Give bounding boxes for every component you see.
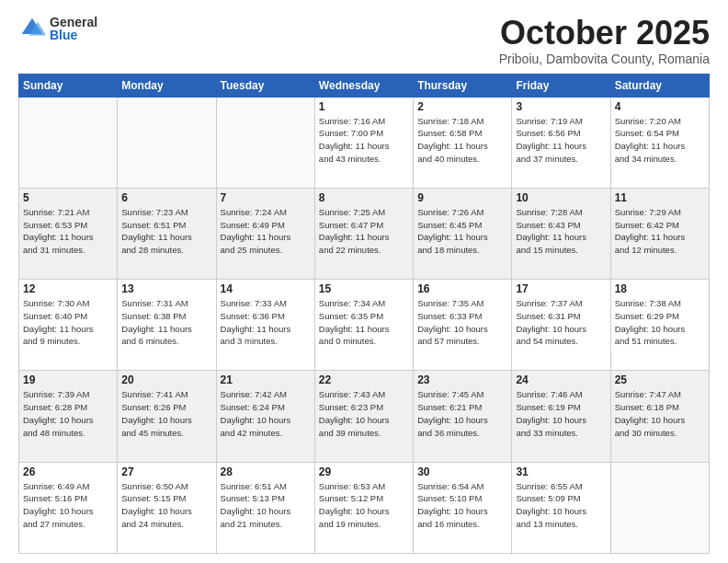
table-row: 27Sunrise: 6:50 AM Sunset: 5:15 PM Dayli… [118,462,216,553]
table-row: 21Sunrise: 7:42 AM Sunset: 6:24 PM Dayli… [216,371,314,462]
table-row: 9Sunrise: 7:26 AM Sunset: 6:45 PM Daylig… [414,188,512,279]
table-row: 29Sunrise: 6:53 AM Sunset: 5:12 PM Dayli… [314,462,413,553]
table-row: 28Sunrise: 6:51 AM Sunset: 5:13 PM Dayli… [216,462,314,553]
table-row: 11Sunrise: 7:29 AM Sunset: 6:42 PM Dayli… [610,188,709,279]
day-number: 22 [319,373,409,386]
table-row: 10Sunrise: 7:28 AM Sunset: 6:43 PM Dayli… [512,188,610,279]
day-info: Sunrise: 7:35 AM Sunset: 6:33 PM Dayligh… [417,297,507,348]
day-info: Sunrise: 7:24 AM Sunset: 6:49 PM Dayligh… [221,206,311,257]
table-row: 8Sunrise: 7:25 AM Sunset: 6:47 PM Daylig… [314,188,413,279]
day-info: Sunrise: 7:20 AM Sunset: 6:54 PM Dayligh… [615,115,705,166]
day-number: 25 [615,373,705,386]
day-info: Sunrise: 7:25 AM Sunset: 6:47 PM Dayligh… [319,206,409,257]
day-info: Sunrise: 7:26 AM Sunset: 6:45 PM Dayligh… [417,206,507,257]
day-number: 9 [417,191,507,204]
day-info: Sunrise: 7:37 AM Sunset: 6:31 PM Dayligh… [516,297,606,348]
col-friday: Friday [512,74,610,97]
day-info: Sunrise: 7:39 AM Sunset: 6:28 PM Dayligh… [23,388,113,439]
calendar-week-row: 5Sunrise: 7:21 AM Sunset: 6:53 PM Daylig… [19,188,710,279]
day-number: 4 [615,100,705,113]
day-info: Sunrise: 7:30 AM Sunset: 6:40 PM Dayligh… [23,297,113,348]
col-monday: Monday [118,74,216,97]
calendar-header-row: Sunday Monday Tuesday Wednesday Thursday… [19,74,710,97]
day-number: 7 [221,191,311,204]
day-info: Sunrise: 6:54 AM Sunset: 5:10 PM Dayligh… [417,480,507,531]
day-number: 12 [23,282,113,295]
col-thursday: Thursday [414,74,512,97]
table-row: 13Sunrise: 7:31 AM Sunset: 6:38 PM Dayli… [118,280,216,371]
col-saturday: Saturday [610,74,709,97]
logo-text: General Blue [50,16,97,41]
day-info: Sunrise: 7:45 AM Sunset: 6:21 PM Dayligh… [417,388,507,439]
logo-icon [18,15,46,42]
day-number: 8 [319,191,409,204]
day-info: Sunrise: 7:38 AM Sunset: 6:29 PM Dayligh… [615,297,705,348]
day-info: Sunrise: 7:31 AM Sunset: 6:38 PM Dayligh… [121,297,211,348]
day-info: Sunrise: 7:29 AM Sunset: 6:42 PM Dayligh… [615,206,705,257]
table-row: 7Sunrise: 7:24 AM Sunset: 6:49 PM Daylig… [216,188,314,279]
logo: General Blue [18,15,97,42]
day-number: 30 [417,465,507,478]
day-info: Sunrise: 7:21 AM Sunset: 6:53 PM Dayligh… [23,206,113,257]
table-row: 4Sunrise: 7:20 AM Sunset: 6:54 PM Daylig… [610,97,709,188]
table-row: 5Sunrise: 7:21 AM Sunset: 6:53 PM Daylig… [19,188,118,279]
calendar-week-row: 19Sunrise: 7:39 AM Sunset: 6:28 PM Dayli… [19,371,710,462]
day-info: Sunrise: 7:16 AM Sunset: 7:00 PM Dayligh… [319,115,409,166]
table-row: 26Sunrise: 6:49 AM Sunset: 5:16 PM Dayli… [19,462,118,553]
day-info: Sunrise: 7:41 AM Sunset: 6:26 PM Dayligh… [121,388,211,439]
day-info: Sunrise: 6:49 AM Sunset: 5:16 PM Dayligh… [23,480,113,531]
table-row: 20Sunrise: 7:41 AM Sunset: 6:26 PM Dayli… [118,371,216,462]
day-number: 15 [319,282,409,295]
table-row: 19Sunrise: 7:39 AM Sunset: 6:28 PM Dayli… [19,371,118,462]
table-row: 17Sunrise: 7:37 AM Sunset: 6:31 PM Dayli… [512,280,610,371]
day-info: Sunrise: 7:19 AM Sunset: 6:56 PM Dayligh… [516,115,606,166]
day-info: Sunrise: 7:42 AM Sunset: 6:24 PM Dayligh… [221,388,311,439]
header: General Blue October 2025 Priboiu, Dambo… [18,15,710,66]
logo-general-text: General [50,16,97,29]
page: General Blue October 2025 Priboiu, Dambo… [0,0,728,563]
table-row: 24Sunrise: 7:46 AM Sunset: 6:19 PM Dayli… [512,371,610,462]
day-number: 11 [615,191,705,204]
table-row: 3Sunrise: 7:19 AM Sunset: 6:56 PM Daylig… [512,97,610,188]
title-block: October 2025 Priboiu, Dambovita County, … [499,15,710,66]
day-info: Sunrise: 7:18 AM Sunset: 6:58 PM Dayligh… [417,115,507,166]
calendar-week-row: 26Sunrise: 6:49 AM Sunset: 5:16 PM Dayli… [19,462,710,553]
table-row: 12Sunrise: 7:30 AM Sunset: 6:40 PM Dayli… [19,280,118,371]
day-info: Sunrise: 7:33 AM Sunset: 6:36 PM Dayligh… [221,297,311,348]
col-tuesday: Tuesday [216,74,314,97]
day-number: 21 [221,373,311,386]
day-number: 13 [121,282,211,295]
day-number: 10 [516,191,606,204]
day-number: 23 [417,373,507,386]
table-row: 31Sunrise: 6:55 AM Sunset: 5:09 PM Dayli… [512,462,610,553]
day-number: 14 [221,282,311,295]
day-info: Sunrise: 6:51 AM Sunset: 5:13 PM Dayligh… [221,480,311,531]
day-number: 17 [516,282,606,295]
day-number: 31 [516,465,606,478]
day-number: 1 [319,100,409,113]
table-row: 25Sunrise: 7:47 AM Sunset: 6:18 PM Dayli… [610,371,709,462]
table-row: 18Sunrise: 7:38 AM Sunset: 6:29 PM Dayli… [610,280,709,371]
day-number: 29 [319,465,409,478]
table-row: 23Sunrise: 7:45 AM Sunset: 6:21 PM Dayli… [414,371,512,462]
table-row: 14Sunrise: 7:33 AM Sunset: 6:36 PM Dayli… [216,280,314,371]
col-wednesday: Wednesday [314,74,413,97]
day-info: Sunrise: 6:53 AM Sunset: 5:12 PM Dayligh… [319,480,409,531]
location: Priboiu, Dambovita County, Romania [499,52,710,66]
day-number: 3 [516,100,606,113]
day-info: Sunrise: 7:43 AM Sunset: 6:23 PM Dayligh… [319,388,409,439]
table-row [610,462,709,553]
table-row: 2Sunrise: 7:18 AM Sunset: 6:58 PM Daylig… [414,97,512,188]
day-info: Sunrise: 6:50 AM Sunset: 5:15 PM Dayligh… [121,480,211,531]
calendar-week-row: 1Sunrise: 7:16 AM Sunset: 7:00 PM Daylig… [19,97,710,188]
day-info: Sunrise: 7:34 AM Sunset: 6:35 PM Dayligh… [319,297,409,348]
day-number: 18 [615,282,705,295]
table-row: 16Sunrise: 7:35 AM Sunset: 6:33 PM Dayli… [414,280,512,371]
table-row: 30Sunrise: 6:54 AM Sunset: 5:10 PM Dayli… [414,462,512,553]
day-info: Sunrise: 7:28 AM Sunset: 6:43 PM Dayligh… [516,206,606,257]
day-info: Sunrise: 7:23 AM Sunset: 6:51 PM Dayligh… [121,206,211,257]
table-row [216,97,314,188]
calendar-table: Sunday Monday Tuesday Wednesday Thursday… [18,74,710,554]
day-number: 24 [516,373,606,386]
day-number: 5 [23,191,113,204]
